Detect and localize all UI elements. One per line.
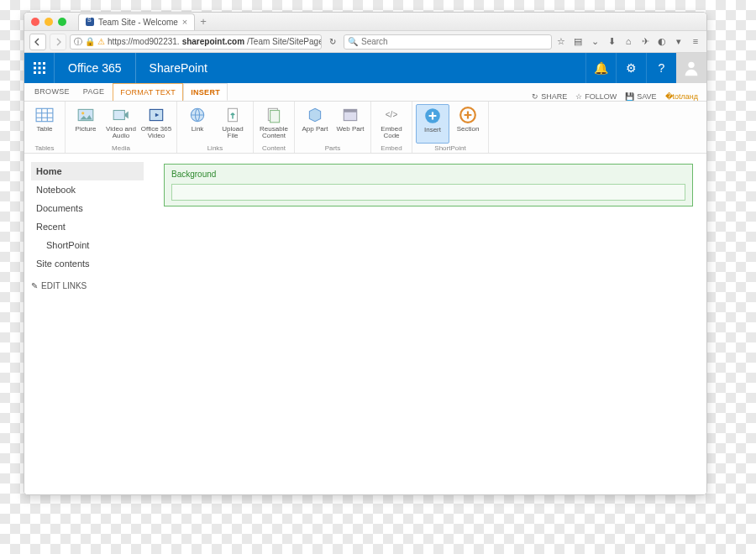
picture-icon (76, 106, 95, 124)
picture-label: Picture (76, 126, 97, 133)
close-window-button[interactable] (31, 18, 39, 26)
svg-rect-3 (34, 67, 36, 70)
o365-suitebar: Office 365 SharePoint 🔔 ⚙ ? (24, 53, 706, 83)
ribbon-tabstrip: BROWSE PAGE FORMAT TEXT INSERT ↻SHARE ☆F… (24, 83, 706, 102)
browser-window: Team Site - Welcome × + ⓘ 🔒 ⚠ https://mo… (24, 12, 707, 495)
home-icon[interactable]: ⌂ (622, 36, 634, 47)
browser-tab[interactable]: Team Site - Welcome × (78, 13, 195, 30)
menu-browser-icon[interactable]: ≡ (690, 36, 701, 47)
embed-code-icon: </> (382, 106, 401, 124)
o365-video-icon (147, 106, 165, 124)
page-actions: ↻SHARE ☆FOLLOW 💾SAVE �totланд (532, 92, 703, 101)
insert-video-audio-button[interactable]: Video and Audio (104, 104, 138, 144)
ribbon-group-tables: Table Tables (24, 102, 66, 153)
app-part-button[interactable]: App Part (298, 104, 332, 144)
nav-documents[interactable]: Documents (31, 199, 144, 217)
svg-rect-8 (43, 71, 45, 74)
tab-browse[interactable]: BROWSE (28, 83, 76, 101)
url-domain: sharepoint.com (182, 37, 244, 46)
extension-icon[interactable]: ◐ (656, 36, 668, 47)
svg-rect-17 (113, 111, 124, 120)
downloads-icon[interactable]: ⬇ (606, 36, 617, 47)
shortpoint-insert-label: Insert (424, 127, 441, 133)
notifications-button[interactable]: 🔔 (585, 53, 616, 83)
tab-format-text[interactable]: FORMAT TEXT (113, 83, 183, 101)
dev-icon[interactable]: ▾ (673, 36, 685, 47)
reusable-content-button[interactable]: Reusable Content (257, 104, 291, 144)
insert-link-button[interactable]: Link (181, 104, 214, 144)
tab-page[interactable]: PAGE (76, 83, 112, 101)
browser-toolbar: ⓘ 🔒 ⚠ https://mod902231.sharepoint.com/T… (24, 31, 706, 53)
nav-recent[interactable]: Recent (31, 217, 144, 236)
svg-rect-1 (38, 62, 40, 65)
person-icon (682, 59, 701, 77)
edit-links-button[interactable]: ✎ EDIT LINKS (31, 281, 144, 290)
suite-app-name[interactable]: SharePoint (136, 53, 221, 83)
user-avatar[interactable] (676, 53, 706, 83)
wiki-zone-background[interactable]: Background (164, 164, 693, 206)
nav-home[interactable]: Home (31, 162, 144, 180)
bookmark-icon[interactable]: ☆ (555, 36, 567, 47)
embed-code-button[interactable]: </> Embed Code (375, 104, 408, 144)
star-icon: ☆ (575, 92, 582, 101)
group-label-media: Media (112, 144, 130, 152)
tab-insert[interactable]: INSERT (183, 83, 228, 101)
shortpoint-section-button[interactable]: Section (451, 104, 485, 144)
minimize-window-button[interactable] (45, 18, 53, 26)
share-browser-icon[interactable]: ✈ (639, 36, 651, 47)
insert-picture-button[interactable]: Picture (69, 104, 102, 144)
nav-site-contents[interactable]: Site contents (31, 254, 144, 273)
save-label: SAVE (637, 92, 656, 101)
pocket-icon[interactable]: ⌄ (589, 36, 601, 47)
back-button[interactable] (29, 34, 46, 50)
browser-search-bar[interactable]: 🔍 (344, 34, 552, 50)
app-launcher-button[interactable] (24, 53, 55, 83)
settings-button[interactable]: ⚙ (616, 53, 646, 83)
save-button[interactable]: 💾SAVE (625, 92, 656, 101)
ribbon-group-content: Reusable Content Content (254, 102, 295, 153)
follow-button[interactable]: ☆FOLLOW (575, 92, 617, 101)
group-label-parts: Parts (325, 144, 341, 152)
forward-button[interactable] (50, 34, 66, 50)
svg-rect-2 (43, 62, 45, 65)
focus-mode-icon[interactable]: �totланд (665, 92, 699, 101)
close-tab-icon[interactable]: × (182, 17, 187, 27)
svg-rect-4 (38, 67, 40, 70)
group-label-links: Links (207, 144, 223, 152)
reload-button[interactable]: ↻ (325, 37, 340, 46)
group-label-embed: Embed (381, 144, 402, 152)
link-icon (188, 106, 207, 124)
url-path: /Team Site/SitePages/Welcome.aspx?WikiPa… (247, 37, 322, 46)
web-part-label: Web Part (336, 126, 364, 133)
identity-icon: ⓘ (74, 36, 82, 48)
shortpoint-insert-button[interactable]: Insert (416, 104, 449, 144)
embed-code-label: Embed Code (375, 126, 408, 140)
web-part-button[interactable]: Web Part (333, 104, 367, 144)
app-part-label: App Part (302, 126, 328, 133)
insert-table-button[interactable]: Table (28, 104, 61, 144)
app-part-icon (306, 106, 324, 124)
insert-o365-video-button[interactable]: Office 365 Video (139, 104, 173, 144)
gear-icon: ⚙ (626, 61, 637, 75)
upload-file-button[interactable]: Upload File (216, 104, 249, 144)
quick-launch: Home Notebook Documents Recent ShortPoin… (24, 154, 150, 494)
main-area: Background (150, 154, 706, 494)
new-tab-button[interactable]: + (200, 15, 207, 28)
web-part-icon (341, 106, 360, 124)
address-bar[interactable]: ⓘ 🔒 ⚠ https://mod902231.sharepoint.com/T… (70, 34, 322, 50)
suite-brand[interactable]: Office 365 (55, 53, 136, 83)
lock-icon: 🔒 (85, 37, 95, 46)
svg-point-16 (81, 112, 84, 114)
reader-icon[interactable]: ▤ (572, 36, 584, 47)
reusable-content-label: Reusable Content (257, 126, 291, 140)
browser-search-input[interactable] (361, 37, 548, 46)
zone-label: Background (171, 170, 685, 179)
ribbon-group-embed: </> Embed Code Embed (371, 102, 412, 153)
group-label-tables: Tables (34, 144, 54, 152)
help-button[interactable]: ? (646, 53, 676, 83)
share-page-button[interactable]: ↻SHARE (532, 92, 567, 101)
rich-text-editor[interactable] (171, 184, 685, 201)
maximize-window-button[interactable] (58, 18, 66, 26)
nav-shortpoint[interactable]: ShortPoint (31, 236, 144, 254)
nav-notebook[interactable]: Notebook (31, 180, 144, 199)
